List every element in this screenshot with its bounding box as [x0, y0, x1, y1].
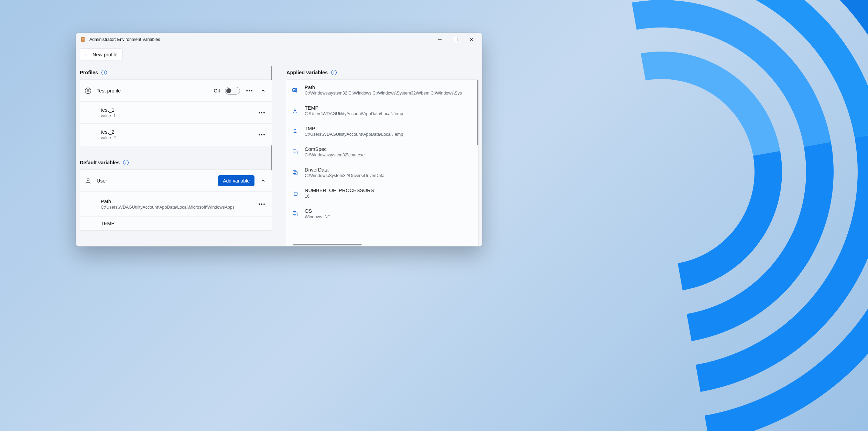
- profiles-panel: Test profile Off ••• t: [79, 79, 272, 146]
- variable-value: Windows_NT: [305, 214, 330, 219]
- system-icon: [292, 169, 299, 176]
- close-button[interactable]: [464, 34, 479, 45]
- profile-variable-row[interactable]: test_1 value_1 •••: [79, 102, 272, 124]
- svg-rect-3: [82, 40, 84, 40]
- variable-name: TEMP: [305, 105, 403, 111]
- variable-name: test_2: [101, 129, 252, 135]
- system-icon: [292, 190, 299, 196]
- horizontal-scrollbar[interactable]: [293, 244, 362, 245]
- svg-point-12: [87, 178, 89, 180]
- window-title: Administrator: Environment Variables: [89, 37, 428, 42]
- plus-icon: ＋: [83, 52, 89, 58]
- chevron-up-icon[interactable]: [259, 177, 267, 185]
- svg-rect-27: [294, 213, 297, 216]
- svg-rect-21: [294, 151, 297, 154]
- svg-rect-22: [293, 170, 296, 174]
- variable-value: C:\Users\WDAGUtilityAccount\AppData\Loca…: [101, 205, 252, 210]
- titlebar[interactable]: Administrator: Environment Variables: [76, 33, 482, 46]
- hamburger-icon: [84, 87, 92, 94]
- variable-value: C:\Users\WDAGUtilityAccount\AppData\Loca…: [305, 111, 403, 116]
- toolbar: ＋ New profile: [76, 46, 482, 66]
- user-variable-row[interactable]: TEMP: [79, 217, 272, 230]
- system-icon: [292, 211, 299, 217]
- variable-name: TEMP: [101, 221, 267, 226]
- user-icon: [292, 128, 299, 134]
- svg-point-19: [294, 130, 296, 131]
- add-variable-button[interactable]: Add variable: [218, 175, 254, 186]
- user-variable-row[interactable]: Path C:\Users\WDAGUtilityAccount\AppData…: [79, 192, 272, 217]
- left-column: Profiles i Test profile Off: [79, 66, 272, 246]
- info-icon[interactable]: i: [331, 70, 337, 75]
- applied-variable-row[interactable]: OSWindows_NT: [286, 203, 478, 224]
- user-group-label: User: [97, 178, 213, 184]
- variable-name: DriverData: [305, 167, 384, 173]
- variable-value: C:\Users\WDAGUtilityAccount\AppData\Loca…: [305, 132, 403, 137]
- variable-name: Path: [305, 85, 462, 90]
- app-icon: [80, 37, 86, 42]
- profile-name: Test profile: [97, 88, 209, 93]
- app-window: Administrator: Environment Variables ＋ N…: [76, 33, 482, 246]
- profile-toggle[interactable]: [225, 87, 240, 95]
- variable-value: C:\Windows\system32;C:\Windows;C:\Window…: [305, 91, 462, 96]
- profile-variable-row[interactable]: test_2 value_2 •••: [79, 124, 272, 146]
- svg-rect-2: [82, 39, 84, 39]
- chevron-up-icon[interactable]: [259, 87, 267, 95]
- svg-rect-25: [294, 192, 297, 195]
- variable-name: ComSpec: [305, 146, 365, 152]
- variable-name: OS: [305, 208, 330, 214]
- more-button[interactable]: •••: [257, 130, 267, 140]
- variable-name: NUMBER_OF_PROCESSORS: [305, 188, 374, 193]
- new-profile-button[interactable]: ＋ New profile: [79, 48, 123, 61]
- applied-variable-row[interactable]: NUMBER_OF_PROCESSORS16: [286, 183, 478, 203]
- applied-variables-heading: Applied variables: [286, 70, 328, 75]
- variable-value: value_2: [101, 135, 252, 140]
- maximize-button[interactable]: [448, 34, 464, 45]
- profile-row[interactable]: Test profile Off •••: [79, 80, 272, 102]
- right-column: Applied variables i APathC:\Windows\syst…: [286, 66, 479, 246]
- svg-point-18: [294, 109, 296, 111]
- svg-rect-5: [454, 38, 457, 41]
- more-button[interactable]: •••: [257, 108, 267, 118]
- more-button[interactable]: •••: [245, 86, 254, 96]
- svg-rect-23: [294, 172, 297, 175]
- new-profile-label: New profile: [93, 52, 118, 57]
- svg-rect-26: [293, 212, 296, 215]
- user-icon: [292, 108, 299, 114]
- applied-variable-row[interactable]: DriverDataC:\Windows\System32\Drivers\Dr…: [286, 162, 478, 183]
- applied-variables-panel: APathC:\Windows\system32;C:\Windows;C:\W…: [286, 79, 479, 246]
- system-icon: [292, 149, 299, 155]
- user-group-row[interactable]: User Add variable: [79, 170, 272, 192]
- svg-rect-24: [293, 191, 296, 194]
- variable-value: C:\Windows\System32\Drivers\DriverData: [305, 173, 384, 178]
- default-variables-panel: User Add variable Path C:\Users\WDAGU: [79, 169, 272, 231]
- info-icon[interactable]: i: [101, 70, 107, 75]
- default-variables-heading: Default variables: [80, 160, 120, 165]
- variable-value: C:\Windows\system32\cmd.exe: [305, 153, 365, 157]
- applied-variable-row[interactable]: ComSpecC:\Windows\system32\cmd.exe: [286, 142, 478, 162]
- svg-text:A: A: [293, 89, 295, 92]
- applied-variable-row[interactable]: APathC:\Windows\system32;C:\Windows;C:\W…: [286, 80, 478, 100]
- user-icon: [84, 177, 92, 184]
- variable-value: 16: [305, 194, 374, 199]
- minimize-button[interactable]: [432, 34, 448, 45]
- toggle-label: Off: [214, 88, 220, 93]
- rename-icon: A: [292, 87, 299, 93]
- svg-rect-20: [293, 150, 296, 153]
- svg-rect-1: [82, 38, 84, 38]
- applied-variable-row[interactable]: TMPC:\Users\WDAGUtilityAccount\AppData\L…: [286, 121, 478, 142]
- applied-variable-row[interactable]: TEMPC:\Users\WDAGUtilityAccount\AppData\…: [286, 100, 478, 121]
- variable-name: Path: [101, 199, 252, 204]
- variable-name: test_1: [101, 107, 252, 113]
- info-icon[interactable]: i: [123, 160, 129, 165]
- more-button[interactable]: •••: [257, 199, 267, 209]
- profiles-heading: Profiles: [80, 70, 98, 75]
- variable-value: value_1: [101, 113, 252, 118]
- variable-name: TMP: [305, 126, 403, 131]
